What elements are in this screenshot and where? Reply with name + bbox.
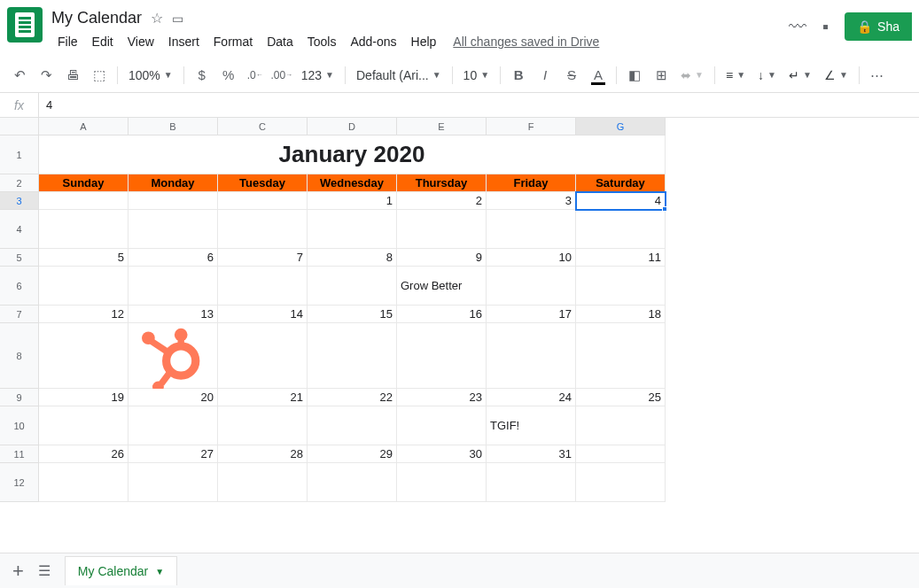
date-cell[interactable]: 3 <box>487 192 576 210</box>
merge-button[interactable]: ⬌▼ <box>675 63 709 88</box>
cell[interactable] <box>218 210 308 249</box>
date-cell[interactable]: 11 <box>576 249 666 267</box>
fx-label[interactable]: fx <box>0 93 39 117</box>
save-status[interactable]: All changes saved in Drive <box>453 35 599 49</box>
cell[interactable] <box>218 463 308 502</box>
cell[interactable] <box>397 406 487 445</box>
cell[interactable] <box>487 323 576 389</box>
sheets-logo[interactable] <box>7 7 43 43</box>
bold-button[interactable]: B <box>506 63 531 88</box>
cell[interactable] <box>487 267 576 306</box>
col-header-A[interactable]: A <box>39 118 129 135</box>
cell[interactable] <box>218 406 308 445</box>
explore-icon[interactable]: 〰 <box>789 17 806 37</box>
date-cell[interactable]: 24 <box>487 389 576 406</box>
wrap-button[interactable]: ↵▼ <box>783 63 817 88</box>
date-cell[interactable]: 1 <box>308 192 397 210</box>
date-cell[interactable]: 19 <box>39 389 129 406</box>
date-cell[interactable]: 17 <box>487 306 576 323</box>
cell[interactable] <box>487 463 576 502</box>
menu-view[interactable]: View <box>121 31 160 52</box>
row-header-4[interactable]: 4 <box>0 210 39 249</box>
date-cell[interactable]: 6 <box>129 249 218 267</box>
col-header-E[interactable]: E <box>397 118 487 135</box>
row-header-3[interactable]: 3 <box>0 192 39 210</box>
fill-color-button[interactable]: ◧ <box>622 63 647 88</box>
menu-edit[interactable]: Edit <box>86 31 120 52</box>
date-cell[interactable]: 18 <box>576 306 666 323</box>
menu-insert[interactable]: Insert <box>162 31 206 52</box>
date-cell[interactable]: 25 <box>576 389 666 406</box>
day-header[interactable]: Thursday <box>397 174 487 192</box>
all-sheets-button[interactable]: ☰ <box>38 562 51 579</box>
cell[interactable] <box>39 267 129 306</box>
cell[interactable] <box>129 463 218 502</box>
format-percent-button[interactable]: % <box>216 63 241 88</box>
event-cell[interactable] <box>129 323 218 389</box>
format-currency-button[interactable]: $ <box>190 63 214 88</box>
h-align-button[interactable]: ≡▼ <box>720 63 751 88</box>
cell[interactable] <box>576 267 666 306</box>
col-header-D[interactable]: D <box>308 118 397 135</box>
date-cell[interactable]: 29 <box>308 445 397 463</box>
strikethrough-button[interactable]: S <box>559 63 584 88</box>
date-cell[interactable]: 16 <box>397 306 487 323</box>
date-cell[interactable]: 14 <box>218 306 308 323</box>
date-cell[interactable]: 27 <box>129 445 218 463</box>
event-cell[interactable]: Grow Better <box>397 267 487 306</box>
v-align-button[interactable]: ↓▼ <box>752 63 782 88</box>
date-cell[interactable]: 9 <box>397 249 487 267</box>
date-cell[interactable]: 26 <box>39 445 129 463</box>
cell[interactable] <box>487 210 576 249</box>
cell[interactable] <box>576 406 666 445</box>
undo-button[interactable]: ↶ <box>7 63 32 88</box>
cell[interactable] <box>576 463 666 502</box>
cell[interactable] <box>218 323 308 389</box>
decrease-decimal-button[interactable]: .0← <box>243 63 268 88</box>
select-all-corner[interactable] <box>0 118 39 135</box>
cell[interactable] <box>39 406 129 445</box>
cell[interactable] <box>308 323 397 389</box>
move-icon[interactable]: ▭ <box>172 12 183 26</box>
row-header-8[interactable]: 8 <box>0 323 39 389</box>
cell[interactable] <box>308 210 397 249</box>
more-formats-select[interactable]: 123▼ <box>296 63 339 88</box>
cell[interactable] <box>576 323 666 389</box>
row-header-6[interactable]: 6 <box>0 267 39 306</box>
event-cell[interactable]: TGIF! <box>487 406 576 445</box>
date-cell[interactable]: 12 <box>39 306 129 323</box>
date-cell[interactable]: 30 <box>397 445 487 463</box>
cell[interactable] <box>397 323 487 389</box>
row-header-9[interactable]: 9 <box>0 389 39 406</box>
add-sheet-button[interactable]: + <box>12 560 24 583</box>
borders-button[interactable]: ⊞ <box>649 63 674 88</box>
date-cell[interactable]: 22 <box>308 389 397 406</box>
cell[interactable] <box>308 267 397 306</box>
date-cell[interactable] <box>129 192 218 210</box>
date-cell[interactable]: 8 <box>308 249 397 267</box>
text-color-button[interactable]: A <box>586 63 611 88</box>
menu-data[interactable]: Data <box>261 31 300 52</box>
menu-addons[interactable]: Add-ons <box>344 31 402 52</box>
col-header-G[interactable]: G <box>576 118 666 135</box>
more-button[interactable]: ⋯ <box>865 63 890 88</box>
row-header-7[interactable]: 7 <box>0 306 39 323</box>
sheet-tab-active[interactable]: My Calendar ▼ <box>65 556 177 585</box>
col-header-B[interactable]: B <box>129 118 218 135</box>
day-header[interactable]: Wednesday <box>308 174 397 192</box>
date-cell[interactable]: 28 <box>218 445 308 463</box>
calendar-title[interactable]: January 2020 <box>39 135 666 174</box>
col-header-C[interactable]: C <box>218 118 308 135</box>
cell[interactable] <box>39 323 129 389</box>
date-cell[interactable] <box>218 192 308 210</box>
cell[interactable] <box>39 463 129 502</box>
row-header-5[interactable]: 5 <box>0 249 39 267</box>
doc-title[interactable]: My Calendar <box>51 9 142 27</box>
print-button[interactable]: 🖶 <box>60 63 85 88</box>
cell[interactable] <box>218 267 308 306</box>
date-cell[interactable] <box>576 445 666 463</box>
col-header-F[interactable]: F <box>487 118 576 135</box>
cell[interactable] <box>129 210 218 249</box>
day-header[interactable]: Monday <box>129 174 218 192</box>
share-button[interactable]: 🔒 Sha <box>845 12 912 41</box>
